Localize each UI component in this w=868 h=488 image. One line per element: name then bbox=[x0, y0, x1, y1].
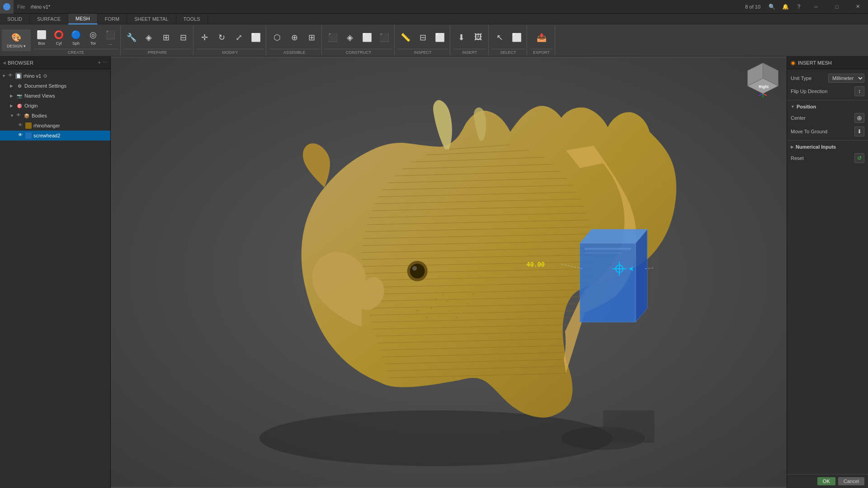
tree-label-rhinohanger: rhinohanger bbox=[33, 123, 60, 128]
move-to-ground-button[interactable]: ⬇ bbox=[854, 127, 864, 136]
create-more-button[interactable]: ⬛ ... bbox=[102, 27, 118, 48]
unit-type-row: Unit Type Millimeter Centimeter Meter In… bbox=[787, 72, 868, 84]
tab-surface[interactable]: SURFACE bbox=[30, 14, 68, 24]
screwhead2-body-icon bbox=[25, 132, 32, 139]
ok-button[interactable]: OK bbox=[817, 477, 835, 485]
right-panel-header: ◉ INSERT MESH bbox=[787, 56, 868, 69]
help-icon[interactable]: ? bbox=[792, 0, 806, 14]
expand-arrow-bodies: ▼ bbox=[10, 113, 16, 118]
tab-tools[interactable]: TOOLS bbox=[176, 14, 208, 24]
tree-item-screwhead2[interactable]: 👁 screwhead2 bbox=[0, 131, 110, 141]
construct-offset-button[interactable]: ⬛ bbox=[325, 27, 341, 48]
tree-item-named-views[interactable]: ▶ 📷 Named Views bbox=[0, 91, 110, 101]
select-filter-button[interactable]: ⬜ bbox=[509, 27, 525, 48]
export-button[interactable]: 📤 bbox=[533, 27, 550, 48]
prepare-combine-button[interactable]: ⊞ bbox=[158, 27, 174, 48]
modify-scale-button[interactable]: ⤢ bbox=[231, 27, 247, 48]
prepare-split-button[interactable]: ⊟ bbox=[175, 27, 191, 48]
create-sphere-button[interactable]: 🔵 Sph bbox=[68, 27, 84, 48]
ground-icon: ⊕ bbox=[289, 32, 300, 43]
reset-button[interactable]: ↺ bbox=[854, 153, 864, 163]
body-icon: 📄 bbox=[15, 73, 22, 79]
tree-item-rhinohanger[interactable]: 👁 rhinohanger bbox=[0, 121, 110, 131]
insert-button[interactable]: ⬇ bbox=[453, 27, 469, 48]
svg-point-0 bbox=[3, 3, 10, 10]
close-button[interactable]: ✕ bbox=[847, 0, 868, 14]
create-label: CREATE bbox=[33, 49, 118, 55]
inspect-section-button[interactable]: ⊟ bbox=[415, 27, 431, 48]
svg-point-48 bbox=[416, 310, 418, 311]
divider-2 bbox=[787, 140, 868, 141]
inspect-more-icon: ⬜ bbox=[434, 32, 445, 43]
tab-solid[interactable]: SOLID bbox=[0, 14, 30, 24]
sphere-icon: 🔵 bbox=[71, 29, 81, 40]
construct-more-icon: ⬛ bbox=[379, 32, 390, 43]
create-box-button[interactable]: ⬜ Box bbox=[33, 27, 50, 48]
notification-icon[interactable]: 🔔 bbox=[778, 0, 792, 14]
torus-icon: ◎ bbox=[88, 29, 99, 40]
flip-direction-control: ↕ bbox=[854, 86, 864, 96]
cancel-button[interactable]: Cancel bbox=[838, 477, 864, 485]
svg-point-40 bbox=[412, 266, 417, 271]
select-button[interactable]: ↖ bbox=[491, 27, 508, 48]
construct-more-button[interactable]: ⬛ bbox=[376, 27, 392, 48]
insert-mesh-status-icon: ◉ bbox=[791, 60, 795, 66]
assemble-ground-button[interactable]: ⊕ bbox=[286, 27, 302, 48]
create-torus-button[interactable]: ◎ Tor bbox=[85, 27, 101, 48]
app-icon bbox=[0, 0, 14, 14]
construct-shell-button[interactable]: ◈ bbox=[342, 27, 358, 48]
tab-mesh[interactable]: MESH bbox=[68, 14, 98, 24]
unit-type-select[interactable]: Millimeter Centimeter Meter Inch Foot bbox=[828, 74, 864, 83]
tab-form[interactable]: FORM bbox=[98, 14, 127, 24]
prepare-repair-button[interactable]: 🔧 bbox=[123, 27, 140, 48]
ribbon-group-select: ↖ ⬜ SELECT bbox=[490, 25, 527, 56]
divider-1 bbox=[787, 100, 868, 100]
main-area: ◀ BROWSER + ⋯ ▼ 👁 📄 rhino v1 ⚙ ▶ ⚙ Docum… bbox=[0, 56, 868, 488]
reset-row[interactable]: Reset ↺ bbox=[787, 151, 868, 165]
tree-item-bodies[interactable]: ▼ 👁 📦 Bodies bbox=[0, 111, 110, 121]
title-text: rhino v1* bbox=[31, 4, 50, 9]
svg-point-39 bbox=[410, 263, 425, 278]
reset-label: Reset bbox=[791, 155, 854, 161]
prepare-simplify-button[interactable]: ◈ bbox=[141, 27, 157, 48]
svg-point-42 bbox=[442, 294, 443, 295]
export-icon: 📤 bbox=[536, 32, 547, 43]
maximize-button[interactable]: □ bbox=[826, 0, 847, 14]
viewport[interactable]: 40.00 Right bbox=[111, 56, 787, 488]
tree-label-doc-settings: Document Settings bbox=[24, 83, 66, 89]
view-cube[interactable]: Right bbox=[744, 61, 782, 99]
insert-decal-button[interactable]: 🖼 bbox=[470, 27, 486, 48]
center-button[interactable]: ⊕ bbox=[854, 113, 864, 123]
minimize-button[interactable]: ─ bbox=[806, 0, 826, 14]
browser-options-icon[interactable]: ⋯ bbox=[103, 60, 108, 66]
assemble-join-button[interactable]: ⬡ bbox=[269, 27, 285, 48]
modify-rotate-button[interactable]: ↻ bbox=[213, 27, 230, 48]
svg-point-49 bbox=[468, 303, 469, 304]
modify-more-button[interactable]: ⬜ bbox=[248, 27, 264, 48]
ribbon-tabs: SOLID SURFACE MESH FORM SHEET METAL TOOL… bbox=[0, 14, 868, 24]
search-icon[interactable]: 🔍 bbox=[765, 0, 778, 14]
ribbon-group-inspect: 📏 ⊟ ⬜ INSPECT bbox=[396, 25, 450, 56]
design-button[interactable]: 🎨 DESIGN ▾ bbox=[2, 29, 31, 51]
position-section-header[interactable]: ▼ Position bbox=[787, 102, 868, 111]
tree-item-rhino-v1[interactable]: ▼ 👁 📄 rhino v1 ⚙ bbox=[0, 71, 110, 81]
numerical-inputs-section-header[interactable]: ▶ Numerical Inputs bbox=[787, 142, 868, 151]
right-panel-title: INSERT MESH bbox=[798, 60, 832, 66]
modify-move-button[interactable]: ✛ bbox=[196, 27, 212, 48]
browser-expand-icon[interactable]: + bbox=[98, 60, 101, 66]
tree-item-origin[interactable]: ▶ 🎯 Origin bbox=[0, 101, 110, 111]
assemble-contact-button[interactable]: ⊞ bbox=[303, 27, 320, 48]
move-to-ground-row[interactable]: Move To Ground ⬇ bbox=[787, 125, 868, 138]
insert-label: INSERT bbox=[453, 49, 486, 55]
inspect-measure-button[interactable]: 📏 bbox=[397, 27, 414, 48]
construct-thicken-button[interactable]: ⬜ bbox=[359, 27, 375, 48]
bodies-icon: 📦 bbox=[24, 113, 30, 119]
tab-sheet-metal[interactable]: SHEET METAL bbox=[127, 14, 176, 24]
tree-label-origin: Origin bbox=[24, 103, 38, 108]
create-cylinder-button[interactable]: ⭕ Cyl bbox=[51, 27, 67, 48]
center-row[interactable]: Center ⊕ bbox=[787, 111, 868, 125]
flip-direction-button[interactable]: ↕ bbox=[854, 86, 864, 96]
inspect-more-button[interactable]: ⬜ bbox=[432, 27, 448, 48]
tree-item-doc-settings[interactable]: ▶ ⚙ Document Settings bbox=[0, 81, 110, 91]
design-icon: 🎨 bbox=[11, 32, 22, 43]
